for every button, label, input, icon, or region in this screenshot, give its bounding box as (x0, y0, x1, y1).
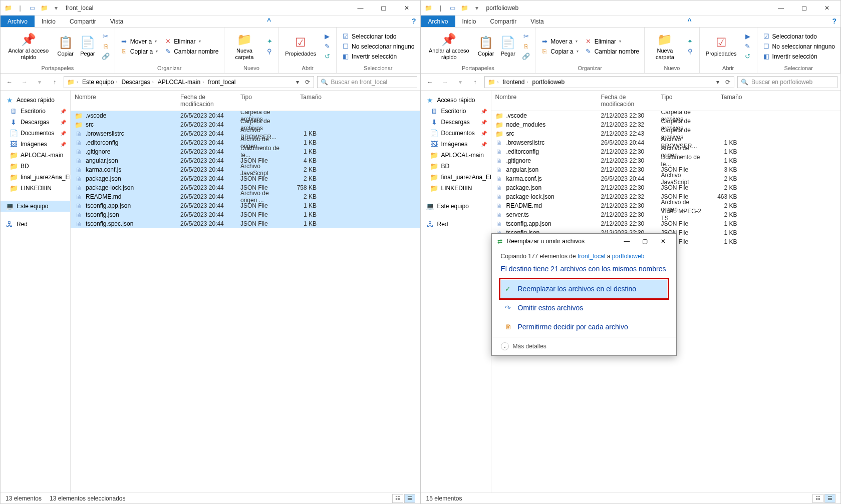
col-size[interactable]: Tamaño (289, 91, 324, 111)
nav-folder[interactable]: 📁LINKEDIIIN (1, 183, 70, 194)
help-icon[interactable]: ? (408, 16, 420, 27)
file-row[interactable]: 🗎package.json26/5/2023 20:44JSON File2 K… (71, 174, 420, 183)
address-bar[interactable]: 📁› Este equipo› Descargas› APLOCAL-main›… (64, 76, 314, 88)
select-none-button[interactable]: ☐No seleccionar ninguno (340, 42, 416, 51)
nav-this-pc[interactable]: 💻Este equipo (421, 201, 491, 212)
nav-folder[interactable]: 📁LINKEDIIIN (421, 183, 491, 194)
option-decide[interactable]: 🗎 Permitirme decidir por cada archivo (501, 318, 667, 336)
more-details-button[interactable]: Más detalles (513, 343, 546, 350)
view-large-icons-button[interactable]: ☷ (392, 494, 403, 503)
dialog-src-link[interactable]: front_local (578, 253, 605, 260)
addr-dropdown-icon[interactable]: ▾ (713, 77, 723, 88)
pin-quick-access-button[interactable]: 📌Anclar al acceso rápido (4, 32, 54, 61)
new-item-button[interactable]: ✦ (263, 37, 275, 46)
nav-downloads[interactable]: ⬇Descargas📌 (1, 117, 70, 128)
option-skip[interactable]: ↷ Omitir estos archivos (501, 299, 667, 317)
view-details-button[interactable]: ☰ (824, 494, 835, 503)
view-large-icons-button[interactable]: ☷ (812, 494, 823, 503)
up-button[interactable]: ↑ (469, 76, 481, 88)
dialog-minimize-button[interactable]: — (618, 234, 636, 249)
nav-folder[interactable]: 📁final_juarezAna_EDI (1, 172, 70, 183)
tab-view[interactable]: Vista (103, 16, 130, 27)
tab-home[interactable]: Inicio (35, 16, 63, 27)
easy-access-button[interactable]: ⚲ (684, 47, 696, 56)
nav-quick-access[interactable]: ★Acceso rápido (1, 95, 70, 106)
new-folder-icon[interactable]: 📁 (459, 3, 470, 14)
dialog-titlebar[interactable]: ⇄ Reemplazar u omitir archivos — ▢ ✕ (492, 234, 676, 249)
select-all-button[interactable]: ☑Seleccionar todo (340, 32, 416, 41)
copy-button[interactable]: 📋Copiar (56, 35, 76, 58)
chevron-down-icon[interactable]: ⌄ (501, 342, 509, 350)
new-folder-button[interactable]: 📁Nueva carpeta (227, 32, 262, 61)
back-button[interactable]: ← (424, 76, 436, 88)
file-row[interactable]: 🗎tsconfig.app.json2/12/2023 22:30JSON Fi… (491, 219, 841, 228)
tab-view[interactable]: Vista (523, 16, 550, 27)
col-name[interactable]: Nombre (71, 91, 178, 111)
nav-downloads[interactable]: ⬇Descargas📌 (421, 117, 491, 128)
new-folder-icon[interactable]: 📁 (39, 3, 50, 14)
tab-share[interactable]: Compartir (483, 16, 524, 27)
forward-button[interactable]: → (19, 76, 31, 88)
ribbon-collapse-icon[interactable]: ^ (263, 16, 275, 27)
nav-documents[interactable]: 📄Documentos📌 (1, 128, 70, 139)
move-to-button[interactable]: ➡Mover a▾ (118, 37, 160, 46)
properties-icon[interactable]: ▭ (27, 3, 38, 14)
maximize-button[interactable]: ▢ (792, 1, 815, 16)
nav-folder[interactable]: 📁final_juarezAna_EDI (421, 172, 491, 183)
open-button[interactable]: ▶ (742, 32, 754, 41)
refresh-button[interactable]: ⟳ (723, 77, 733, 88)
cut-button[interactable]: ✂Cortar (100, 32, 112, 41)
close-button[interactable]: ✕ (815, 1, 838, 16)
back-button[interactable]: ← (4, 76, 16, 88)
nav-folder[interactable]: 📁BD (1, 161, 70, 172)
file-row[interactable]: 🗎.gitignore2/12/2023 22:30Documento de t… (491, 156, 841, 165)
file-list[interactable]: Nombre Fecha de modificación Tipo Tamaño… (71, 91, 420, 492)
copy-button[interactable]: 📋Copiar (476, 35, 496, 58)
invert-selection-button[interactable]: ◧Invertir selección (340, 52, 416, 61)
file-row[interactable]: 🗎package.json2/12/2023 22:30JSON File2 K… (491, 183, 841, 192)
col-modified[interactable]: Fecha de modificación (599, 91, 659, 111)
nav-network[interactable]: 🖧Red (421, 219, 491, 230)
paste-button[interactable]: 📄Pegar (78, 35, 98, 58)
close-button[interactable]: ✕ (395, 1, 418, 16)
col-modified[interactable]: Fecha de modificación (178, 91, 238, 111)
nav-pictures[interactable]: 🖼Imágenes📌 (421, 139, 491, 150)
paste-shortcut-button[interactable]: 🔗 (520, 52, 532, 61)
invert-selection-button[interactable]: ◧Invertir selección (760, 52, 837, 61)
dialog-maximize-button[interactable]: ▢ (636, 234, 654, 249)
titlebar[interactable]: 📁 | ▭ 📁 ▾ portfolioweb — ▢ ✕ (421, 1, 841, 16)
copy-to-button[interactable]: ⎘Copiar a▾ (118, 47, 160, 56)
move-to-button[interactable]: ➡Mover a▾ (538, 37, 580, 46)
properties-button[interactable]: ☑Propiedades (282, 35, 319, 58)
rename-button[interactable]: ✎Cambiar nombre (583, 47, 641, 56)
recent-dropdown[interactable]: ▾ (34, 76, 46, 88)
nav-tree[interactable]: ★Acceso rápido 🖥Escritorio📌 ⬇Descargas📌 … (1, 91, 71, 492)
nav-desktop[interactable]: 🖥Escritorio📌 (1, 106, 70, 117)
properties-icon[interactable]: ▭ (447, 3, 458, 14)
tab-file[interactable]: Archivo (421, 16, 455, 27)
nav-quick-access[interactable]: ★Acceso rápido (421, 95, 491, 106)
tab-file[interactable]: Archivo (1, 16, 35, 27)
qat-dropdown-icon[interactable]: ▾ (51, 3, 62, 14)
search-input[interactable]: 🔍Buscar en front_local (317, 76, 417, 88)
dialog-close-button[interactable]: ✕ (654, 234, 672, 249)
help-icon[interactable]: ? (828, 16, 840, 27)
file-row[interactable]: 🗎karma.conf.js26/5/2023 20:44Archivo Jav… (491, 174, 841, 183)
delete-button[interactable]: ✕Eliminar▾ (162, 37, 220, 46)
easy-access-button[interactable]: ⚲ (263, 47, 275, 56)
col-name[interactable]: Nombre (491, 91, 599, 111)
properties-button[interactable]: ☑Propiedades (703, 35, 740, 58)
addr-dropdown-icon[interactable]: ▾ (293, 77, 303, 88)
col-size[interactable]: Tamaño (709, 91, 744, 111)
file-row[interactable]: 🗎tsconfig.spec.json26/5/2023 20:44JSON F… (71, 219, 420, 228)
minimize-button[interactable]: — (349, 1, 372, 16)
history-button[interactable]: ↺ (742, 52, 754, 61)
option-replace[interactable]: ✓ Reemplazar los archivos en el destino (501, 280, 667, 298)
titlebar[interactable]: 📁 | ▭ 📁 ▾ front_local — ▢ ✕ (1, 1, 420, 16)
refresh-button[interactable]: ⟳ (303, 77, 313, 88)
nav-tree[interactable]: ★Acceso rápido 🖥Escritorio📌 ⬇Descargas📌 … (421, 91, 491, 492)
nav-pictures[interactable]: 🖼Imágenes📌 (1, 139, 70, 150)
tab-share[interactable]: Compartir (63, 16, 103, 27)
delete-button[interactable]: ✕Eliminar▾ (583, 37, 641, 46)
forward-button[interactable]: → (439, 76, 451, 88)
